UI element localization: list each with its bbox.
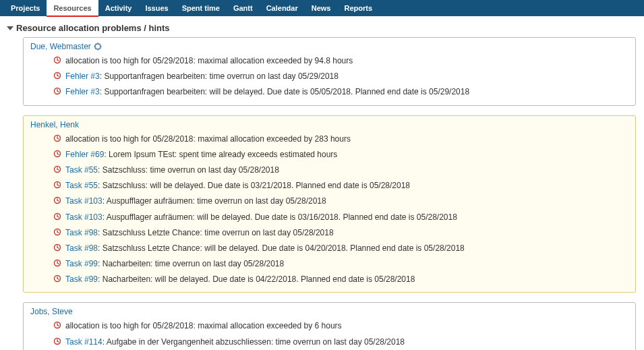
clock-icon (53, 181, 61, 189)
entries-list: allocation is too high for 05/29/2018: m… (30, 53, 628, 100)
problem-entry: Fehler #69 Lorem Ipsum TEst: spent time … (53, 146, 628, 162)
clock-icon (53, 87, 61, 95)
entry-body: Task #114 Aufgabe in der Vergangenheit a… (65, 337, 405, 347)
entry-text: Aufgabe in der Vergangenheit abzuschlies… (107, 337, 405, 347)
problem-entry: Task #55 Satzschluss: time overrun on la… (53, 162, 628, 177)
problem-entry: Fehler #3 Supportanfragen bearbeiten: ti… (53, 68, 628, 84)
resource-block: Due, Webmasterallocation is too high for… (23, 37, 636, 106)
entry-body: Fehler #3 Supportanfragen bearbeiten: ti… (65, 71, 339, 82)
problem-entry: Task #55 Satzschluss: will be delayed. D… (53, 177, 628, 193)
problem-entry: Task #99 Nacharbeiten: time overrun on l… (53, 256, 628, 271)
collapse-icon[interactable] (7, 26, 13, 30)
entry-text: allocation is too high for 05/29/2018: m… (65, 56, 353, 65)
entry-body: Task #99 Nacharbeiten: will be delayed. … (65, 274, 415, 285)
clock-icon (53, 150, 61, 158)
entry-body: allocation is too high for 05/28/2018: m… (65, 134, 351, 144)
problem-entry: Task #103 Auspufflager aufräumen: will b… (53, 209, 628, 225)
clock-icon (53, 321, 61, 329)
nav-projects[interactable]: Projects (4, 0, 47, 16)
section-header[interactable]: Resource allocation problems / hints (0, 16, 644, 37)
entry-body: Task #98 Satzschluss Letzte Chance: time… (65, 227, 334, 238)
issue-link[interactable]: Task #103 (65, 212, 105, 222)
issue-link[interactable]: Task #99 (65, 259, 100, 268)
problem-entry: Task #103 Auspufflager aufräumen: time o… (53, 193, 628, 208)
problem-entry: Fehler #3 Supportanfragen bearbeiten: wi… (53, 84, 628, 99)
issue-link[interactable]: Fehler #3 (65, 87, 102, 96)
resource-name-text: Henkel, Henk (30, 120, 79, 129)
entry-text: Satzschluss: will be delayed. Due date i… (103, 181, 410, 190)
entry-text: allocation is too high for 05/28/2018: m… (65, 134, 351, 144)
nav-spent-time[interactable]: Spent time (175, 0, 227, 16)
clock-icon (53, 196, 61, 204)
issue-link[interactable]: Task #55 (65, 165, 100, 175)
entry-body: Task #103 Auspufflager aufräumen: time o… (65, 196, 326, 206)
nav-gantt[interactable]: Gantt (227, 0, 260, 16)
nav-news[interactable]: News (305, 0, 338, 16)
entry-body: Task #98 Satzschluss Letzte Chance: will… (65, 243, 465, 254)
entry-body: allocation is too high for 05/28/2018: m… (65, 320, 342, 331)
clock-icon (53, 134, 61, 142)
entry-body: Task #55 Satzschluss: time overrun on la… (65, 165, 279, 175)
problem-entry: Task #114 Aufgabe in der Vergangenheit a… (53, 334, 628, 349)
entry-body: Fehler #3 Supportanfragen bearbeiten: wi… (65, 86, 469, 97)
issue-link[interactable]: Task #98 (65, 243, 100, 253)
resource-name-link[interactable]: Jobs, Steve (30, 307, 73, 316)
clock-icon (53, 243, 61, 252)
nav-reports[interactable]: Reports (337, 0, 379, 16)
clock-icon (53, 56, 61, 64)
problem-entry: allocation is too high for 05/28/2018: m… (53, 131, 628, 146)
clock-icon (53, 71, 61, 80)
clock-icon (53, 259, 61, 267)
issue-link[interactable]: Task #99 (65, 274, 100, 284)
issue-link[interactable]: Task #98 (65, 228, 100, 237)
problem-entry: Task #99 Nacharbeiten: will be delayed. … (53, 271, 628, 287)
clock-icon (53, 337, 61, 345)
problem-entry: Task #98 Satzschluss Letzte Chance: will… (53, 240, 628, 256)
entry-text: Nacharbeiten: time overrun on last day 0… (103, 259, 285, 268)
entry-text: Supportanfragen bearbeiten: time overrun… (104, 71, 339, 81)
entry-text: Satzschluss Letzte Chance: will be delay… (103, 243, 465, 253)
entries-list: allocation is too high for 05/28/2018: m… (30, 131, 628, 287)
clock-icon (53, 274, 61, 283)
resource-block: Jobs, Steveallocation is too high for 05… (23, 302, 636, 350)
entry-text: Lorem Ipsum TEst: spent time already exc… (109, 150, 337, 159)
entry-text: Auspufflager aufräumen: will be delayed.… (107, 212, 457, 222)
issue-link[interactable]: Fehler #69 (65, 150, 107, 159)
entry-text: Nacharbeiten: will be delayed. Due date … (103, 274, 415, 284)
resource-blocks: Due, Webmasterallocation is too high for… (0, 37, 644, 350)
problem-entry: allocation is too high for 05/28/2018: m… (53, 318, 628, 333)
nav-resources[interactable]: Resources (47, 0, 98, 17)
entry-body: Task #55 Satzschluss: will be delayed. D… (65, 180, 410, 191)
entry-body: Task #103 Auspufflager aufräumen: will b… (65, 212, 457, 223)
entry-body: Fehler #69 Lorem Ipsum TEst: spent time … (65, 149, 337, 160)
issue-link[interactable]: Task #103 (65, 196, 105, 206)
clock-icon (53, 228, 61, 236)
issue-link[interactable]: Task #55 (65, 181, 100, 190)
clock-icon (53, 165, 61, 173)
nav-calendar[interactable]: Calendar (260, 0, 305, 16)
resource-name-link[interactable]: Henkel, Henk (30, 120, 79, 129)
entry-body: allocation is too high for 05/29/2018: m… (65, 55, 353, 66)
entries-list: allocation is too high for 05/28/2018: m… (30, 318, 628, 350)
problem-entry: Task #98 Satzschluss Letzte Chance: time… (53, 225, 628, 240)
gear-icon[interactable] (94, 42, 102, 51)
clock-icon (53, 212, 61, 221)
main-nav: ProjectsResourcesActivityIssuesSpent tim… (0, 0, 644, 16)
resource-name-text: Due, Webmaster (30, 42, 91, 51)
issue-link[interactable]: Task #114 (65, 337, 105, 347)
entry-text: Auspufflager aufräumen: time overrun on … (107, 196, 326, 206)
entry-text: Supportanfragen bearbeiten: will be dela… (104, 87, 469, 96)
issue-link[interactable]: Fehler #3 (65, 71, 102, 81)
resource-block: Henkel, Henkallocation is too high for 0… (23, 115, 636, 293)
resource-name-text: Jobs, Steve (30, 307, 73, 316)
nav-activity[interactable]: Activity (98, 0, 139, 16)
problem-entry: allocation is too high for 05/29/2018: m… (53, 53, 628, 68)
nav-issues[interactable]: Issues (138, 0, 175, 16)
entry-text: Satzschluss Letzte Chance: time overrun … (103, 228, 334, 237)
resource-name-link[interactable]: Due, Webmaster (30, 42, 102, 51)
entry-text: allocation is too high for 05/28/2018: m… (65, 321, 342, 330)
entry-body: Task #99 Nacharbeiten: time overrun on l… (65, 258, 284, 269)
section-title-text: Resource allocation problems / hints (16, 23, 170, 33)
entry-text: Satzschluss: time overrun on last day 05… (103, 165, 279, 175)
